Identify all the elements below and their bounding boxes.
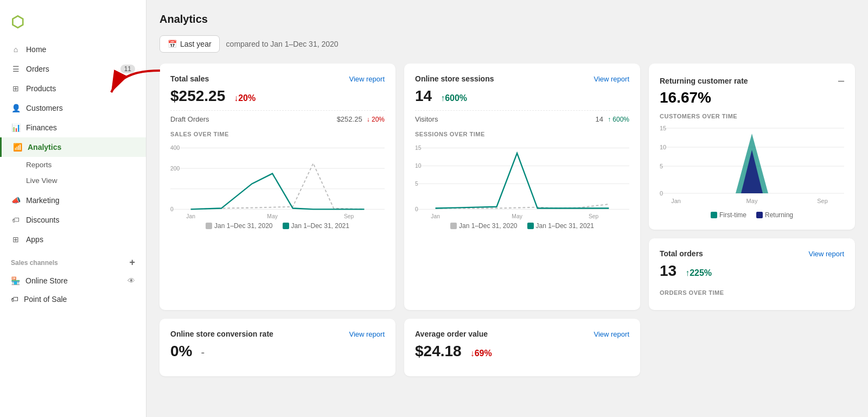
sidebar-item-online-store[interactable]: 🏪 Online Store 👁 (0, 271, 146, 290)
right-column: Returning customer rate – 16.67% CUSTOME… (649, 64, 855, 310)
sidebar-item-orders[interactable]: ☰ Orders 11 (0, 59, 146, 79)
sessions-chart-label: SESSIONS OVER TIME (415, 131, 629, 137)
svg-text:10: 10 (660, 144, 666, 150)
orders-card-title: Total orders (660, 249, 703, 258)
svg-text:May: May (746, 198, 758, 204)
analytics-icon: 📶 (12, 142, 22, 152)
filter-bar: 📅 Last year compared to Jan 1–Dec 31, 20… (159, 35, 855, 53)
total-sales-view-report[interactable]: View report (349, 75, 385, 83)
conversion-value: 0% (170, 343, 192, 360)
sessions-title: Online store sessions (415, 74, 494, 83)
sales-channels-label: Sales channels + (0, 249, 146, 271)
sessions-chart: 15 10 5 0 Jan May Sep (415, 141, 629, 217)
sessions-row: Visitors 14 ↑ 600% (415, 110, 629, 123)
svg-text:Sep: Sep (344, 213, 354, 219)
sidebar-logo: ⬡ (0, 9, 146, 40)
sidebar-item-marketing[interactable]: 📣 Marketing (0, 191, 146, 210)
svg-text:Jan: Jan (431, 213, 440, 219)
sessions-change: ↑600% (441, 93, 467, 103)
finances-icon: 📊 (11, 123, 21, 132)
sidebar-item-products[interactable]: ⊞ Products (0, 79, 146, 98)
returning-legend: First-time Returning (660, 211, 844, 219)
svg-text:400: 400 (170, 145, 180, 151)
cards-grid: Total sales View report $252.25 ↓20% Dra… (159, 64, 855, 310)
avg-order-title: Average order value (415, 330, 488, 338)
bottom-right-placeholder (649, 319, 855, 376)
svg-text:5: 5 (660, 163, 663, 169)
sessions-view-report[interactable]: View report (593, 75, 629, 83)
svg-text:0: 0 (415, 206, 418, 212)
orders-view-report[interactable]: View report (808, 250, 844, 258)
svg-text:Sep: Sep (817, 198, 828, 204)
conversion-change: - (201, 346, 205, 359)
sidebar-item-customers[interactable]: 👤 Customers (0, 98, 146, 118)
avg-order-change: ↓69% (470, 349, 492, 358)
svg-text:May: May (267, 213, 278, 219)
draft-orders-change: ↓ 20% (367, 116, 385, 123)
total-sales-card: Total sales View report $252.25 ↓20% Dra… (159, 64, 395, 310)
eye-icon[interactable]: 👁 (127, 276, 135, 285)
returning-chart: 15 10 5 0 Jan May Sep (660, 123, 844, 206)
sidebar-item-apps[interactable]: ⊞ Apps (0, 230, 146, 249)
main-content: Analytics 📅 Last year compared to Jan 1–… (146, 0, 868, 417)
svg-text:200: 200 (170, 166, 180, 172)
apps-icon: ⊞ (11, 235, 21, 244)
conversion-card: Online store conversion rate View report… (159, 319, 395, 376)
svg-text:15: 15 (660, 125, 666, 131)
svg-text:Jan: Jan (671, 198, 681, 204)
returning-value: 16.67% (660, 89, 844, 106)
customers-icon: 👤 (11, 103, 21, 113)
svg-text:10: 10 (415, 163, 422, 169)
total-sales-value: $252.25 (170, 87, 225, 105)
store-icon: 🏪 (11, 276, 20, 285)
discounts-icon: 🏷 (11, 215, 21, 225)
avg-order-card: Average order value View report $24.18 ↓… (404, 319, 640, 376)
sidebar-sub-item-reports[interactable]: Reports (0, 157, 146, 173)
svg-text:Sep: Sep (589, 213, 599, 219)
avg-order-header: Average order value View report (415, 330, 629, 338)
sessions-value: 14 (415, 87, 432, 105)
sidebar-item-discounts[interactable]: 🏷 Discounts (0, 210, 146, 230)
sidebar-item-analytics[interactable]: 📶 Analytics (0, 137, 146, 157)
returning-title: Returning customer rate (660, 77, 748, 85)
sessions-legend: Jan 1–Dec 31, 2020 Jan 1–Dec 31, 2021 (415, 222, 629, 230)
bottom-cards-row: Online store conversion rate View report… (159, 319, 855, 376)
sidebar-item-home[interactable]: ⌂ Home (0, 40, 146, 59)
online-sessions-card: Online store sessions View report 14 ↑60… (404, 64, 640, 310)
sales-legend: Jan 1–Dec 31, 2020 Jan 1–Dec 31, 2021 (170, 222, 385, 230)
svg-text:15: 15 (415, 145, 422, 151)
orders-icon: ☰ (11, 64, 21, 74)
sidebar-item-finances[interactable]: 📊 Finances (0, 118, 146, 137)
sidebar-sub-item-live-view[interactable]: Live View (0, 173, 146, 188)
home-icon: ⌂ (11, 45, 21, 54)
add-channel-icon[interactable]: + (129, 257, 135, 268)
sales-chart: 400 200 0 Jan May Sep (170, 141, 385, 217)
svg-text:0: 0 (170, 206, 174, 212)
returning-header: Returning customer rate – (660, 74, 844, 87)
returning-customer-card: Returning customer rate – 16.67% CUSTOME… (649, 64, 855, 230)
compare-text: compared to Jan 1–Dec 31, 2020 (226, 40, 339, 48)
avg-order-view-report[interactable]: View report (593, 330, 629, 338)
orders-chart-label: ORDERS OVER TIME (660, 289, 844, 296)
products-icon: ⊞ (11, 84, 21, 93)
orders-value: 13 (660, 262, 676, 280)
conversion-header: Online store conversion rate View report (170, 330, 385, 338)
conversion-view-report[interactable]: View report (349, 330, 385, 338)
orders-change: ↑225% (685, 268, 712, 278)
orders-badge: 11 (120, 65, 135, 73)
avg-order-value: $24.18 (415, 343, 462, 360)
orders-header: Total orders View report (660, 249, 844, 258)
customers-chart-label: CUSTOMERS OVER TIME (660, 113, 844, 119)
svg-text:0: 0 (660, 190, 663, 197)
total-sales-title: Total sales (170, 74, 209, 83)
total-sales-header: Total sales View report (170, 74, 385, 83)
marketing-icon: 📣 (11, 195, 21, 205)
pos-icon: 🏷 (11, 295, 18, 304)
svg-text:Jan: Jan (186, 213, 195, 219)
sidebar-item-point-of-sale[interactable]: 🏷 Point of Sale (0, 290, 146, 308)
sales-chart-label: SALES OVER TIME (170, 131, 385, 137)
svg-text:May: May (512, 213, 522, 219)
page-title: Analytics (159, 13, 855, 26)
date-filter-button[interactable]: 📅 Last year (159, 35, 220, 53)
calendar-icon: 📅 (168, 40, 177, 48)
